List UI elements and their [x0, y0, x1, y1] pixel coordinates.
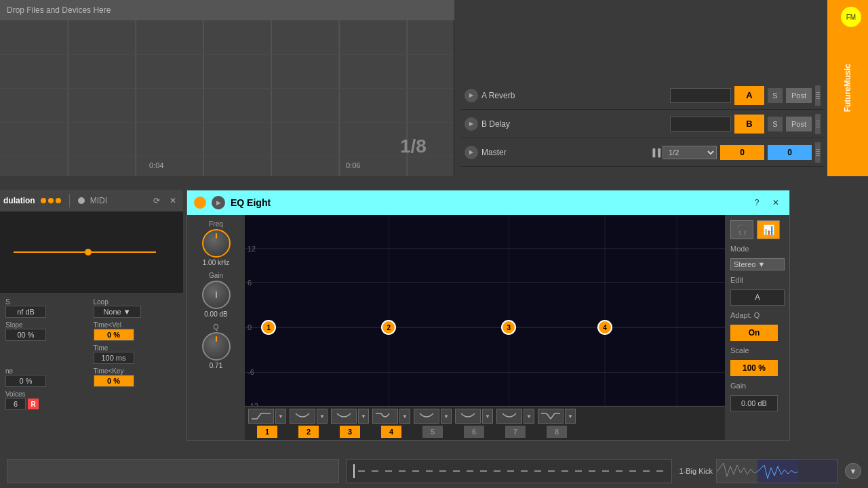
- s-btn-delay[interactable]: S: [768, 117, 783, 131]
- play-btn-master[interactable]: [465, 146, 478, 159]
- band-type-7[interactable]: [496, 409, 522, 424]
- gain-value-box[interactable]: 0.00 dB: [730, 395, 778, 411]
- drag-handle-reverb[interactable]: [815, 85, 821, 106]
- voices-value[interactable]: 6: [5, 398, 26, 410]
- eq-node-1[interactable]: 1: [261, 320, 276, 335]
- gain-knob[interactable]: [202, 281, 231, 309]
- drag-handle-delay[interactable]: [815, 114, 821, 134]
- slope-section: Slope 00 %: [5, 321, 90, 341]
- eq-bands: ▼ 1 ▼ 2: [245, 406, 725, 440]
- eq-power-button[interactable]: [194, 197, 206, 209]
- band-num-1[interactable]: 1: [257, 426, 277, 438]
- band-filter-1: ▼: [248, 409, 286, 424]
- eq-node-2[interactable]: 2: [381, 320, 396, 335]
- send-bar-reverb[interactable]: [670, 88, 731, 103]
- spectrum-icon-btn[interactable]: 📊: [757, 220, 780, 239]
- freq-knob[interactable]: [202, 229, 231, 258]
- band-icon-3: [334, 411, 353, 422]
- band-num-2[interactable]: 2: [298, 426, 319, 438]
- q-knob-section: Q 0.71: [193, 323, 239, 369]
- track-label-a[interactable]: A: [734, 86, 764, 105]
- env-label: ne: [5, 367, 90, 375]
- band-dd-8[interactable]: ▼: [565, 409, 576, 424]
- band-type-8[interactable]: [538, 409, 564, 424]
- freq-value: 1.00 kHz: [203, 259, 229, 266]
- mod-icon-2[interactable]: ✕: [166, 194, 180, 207]
- slope-value[interactable]: 00 %: [5, 329, 46, 341]
- eq-play-button[interactable]: [212, 196, 225, 209]
- eq-node-4[interactable]: 4: [597, 320, 612, 335]
- key-value[interactable]: 0 %: [94, 375, 134, 387]
- scale-button[interactable]: 100 %: [730, 360, 778, 376]
- edit-box[interactable]: A: [730, 289, 785, 306]
- freq-knob-indicator: [216, 233, 217, 239]
- band-dd-4[interactable]: ▼: [399, 409, 410, 424]
- q-knob[interactable]: [202, 332, 231, 361]
- timeline-time-2: 0:06: [346, 161, 360, 169]
- headphone-icon-btn[interactable]: 🎧: [730, 220, 753, 239]
- band-type-5[interactable]: [414, 409, 439, 424]
- band-type-6[interactable]: [455, 409, 481, 424]
- vol-bar-left[interactable]: 0: [720, 145, 764, 160]
- kick-waveform[interactable]: [716, 459, 838, 483]
- band-num-5[interactable]: 5: [422, 426, 443, 438]
- vol-bar-right[interactable]: 0: [768, 145, 812, 160]
- band-group-2: ▼ 2: [290, 409, 328, 438]
- mixer-track-master: Master ▐▐ 1/2 0 0: [461, 138, 824, 167]
- track-label-b[interactable]: B: [734, 115, 764, 134]
- eq-help-icon[interactable]: ?: [750, 196, 764, 209]
- band-type-4[interactable]: [372, 409, 398, 424]
- scroll-down-button[interactable]: ▼: [845, 463, 861, 479]
- band-dd-6[interactable]: ▼: [482, 409, 493, 424]
- band-icon-1: [252, 411, 271, 422]
- mod-dot-2: [48, 198, 54, 203]
- loop-value[interactable]: None ▼: [94, 306, 141, 318]
- band-dd-3[interactable]: ▼: [358, 409, 369, 424]
- band-group-6: ▼ 6: [455, 409, 493, 438]
- r-badge[interactable]: R: [28, 399, 39, 409]
- sustain-section: S nf dB: [5, 298, 90, 318]
- band-dd-1[interactable]: ▼: [275, 409, 286, 424]
- adapt-q-button[interactable]: On: [730, 325, 778, 341]
- band-num-6[interactable]: 6: [464, 426, 484, 438]
- grid-line: [136, 20, 136, 176]
- send-bar-delay[interactable]: [670, 117, 731, 131]
- track-name-delay: B Delay: [481, 119, 667, 129]
- time-vel-value[interactable]: 0 %: [94, 329, 134, 341]
- band-dd-7[interactable]: ▼: [524, 409, 534, 424]
- band-num-8[interactable]: 8: [547, 426, 567, 438]
- s-btn-reverb[interactable]: S: [768, 88, 783, 103]
- band-icon-4: [376, 411, 395, 422]
- mode-dropdown[interactable]: Stereo ▼: [730, 258, 785, 270]
- sustain-value[interactable]: nf dB: [5, 306, 46, 318]
- band-num-3[interactable]: 3: [340, 426, 360, 438]
- transport-mid: [346, 459, 672, 483]
- band-dd-2[interactable]: ▼: [317, 409, 328, 424]
- play-btn-delay[interactable]: [465, 117, 478, 131]
- eq-close-icon[interactable]: ✕: [769, 196, 783, 209]
- post-btn-delay[interactable]: Post: [786, 117, 812, 131]
- loop-label: Loop: [94, 298, 178, 306]
- band-type-3[interactable]: [331, 409, 357, 424]
- band-type-1[interactable]: [248, 409, 274, 424]
- band-group-1: ▼ 1: [248, 409, 286, 438]
- env-value[interactable]: 0 %: [5, 375, 46, 387]
- post-btn-reverb[interactable]: Post: [786, 88, 812, 103]
- time-value[interactable]: 100 ms: [94, 352, 134, 364]
- blank-section: [5, 344, 90, 364]
- master-tempo-select[interactable]: 1/2: [663, 146, 717, 159]
- mod-tab-midi[interactable]: MIDI: [90, 196, 107, 205]
- play-btn-reverb[interactable]: [465, 89, 478, 102]
- mod-icon-1[interactable]: ⟳: [150, 194, 163, 207]
- eq-node-3[interactable]: 3: [501, 320, 516, 335]
- svg-rect-24: [717, 460, 757, 483]
- mod-tab-modulation[interactable]: dulation: [3, 196, 35, 205]
- band-type-2[interactable]: [290, 409, 315, 424]
- band-dd-5[interactable]: ▼: [441, 409, 452, 424]
- band-num-7[interactable]: 7: [505, 426, 526, 438]
- band-num-4[interactable]: 4: [381, 426, 401, 438]
- svg-text:0: 0: [248, 323, 252, 331]
- drag-handle-master[interactable]: [815, 142, 821, 163]
- band-icon-6: [458, 411, 477, 422]
- transport-left[interactable]: [7, 459, 339, 483]
